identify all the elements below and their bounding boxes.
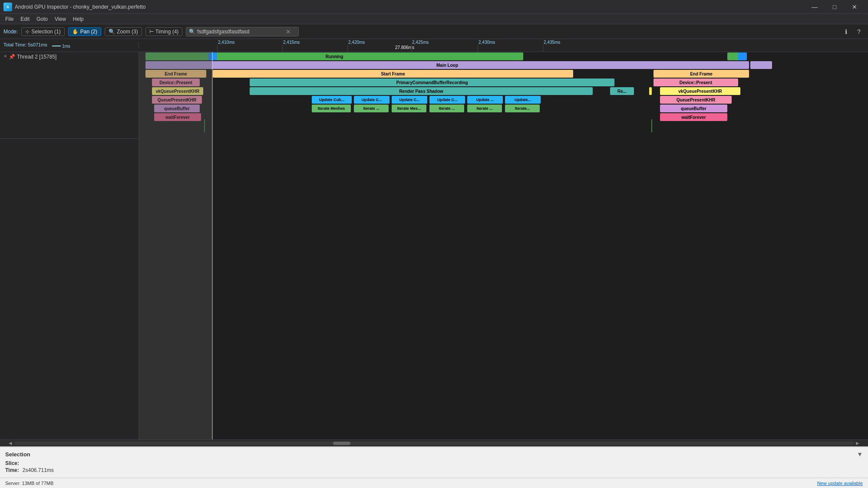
pan-icon: ✋ — [72, 29, 79, 35]
ruler-tick: 2,435ms — [543, 39, 560, 52]
iterate-4-span[interactable]: Iterate... — [505, 105, 540, 112]
minimize-button[interactable]: — — [805, 0, 825, 14]
iterate-1-span[interactable]: Iterate ... — [354, 105, 389, 112]
queuepresent-span-2[interactable]: QueuePresentKHR — [660, 96, 732, 104]
ruler-tick: 2,420ms — [347, 39, 365, 52]
vkqueue-span-1[interactable]: vkQueuePresentKHR — [152, 87, 203, 95]
timeline-tracks[interactable]: Running Main Loop — [139, 52, 868, 439]
thread-labels: ✕ 📌 Thread 2 [15785] — [0, 52, 139, 439]
zoom-icon: 🔍 — [109, 29, 115, 35]
primary-cmd-span[interactable]: PrimaryCommandBufferRecording — [250, 79, 614, 86]
maximize-button[interactable]: □ — [825, 0, 845, 14]
update-link[interactable]: New update available — [817, 481, 863, 486]
running-span[interactable]: Running — [145, 52, 523, 60]
iterate-3-span[interactable]: Iterate ... — [467, 105, 502, 112]
menu-view[interactable]: View — [51, 15, 69, 23]
timeline-header: Total Time: 5s071ms 1ms 27.806ms 2,410ms… — [0, 39, 868, 52]
update-4-span[interactable]: Update ... — [467, 96, 503, 104]
waitforever-span-2[interactable]: waitForever — [660, 113, 727, 121]
iterate-mes-span[interactable]: Iterate Mes... — [392, 105, 426, 112]
end-frame-span-2[interactable]: End Frame — [653, 70, 749, 78]
re-span[interactable]: Re... — [610, 87, 634, 95]
vkqueue-track: vkQueuePresentKHR Render Pass Shadow Re.… — [139, 87, 868, 95]
scale-line — [52, 46, 61, 46]
mode-pan-button[interactable]: ✋ Pan (2) — [68, 27, 101, 36]
slice-label: Slice: — [5, 460, 19, 466]
menu-help[interactable]: Help — [69, 15, 87, 23]
total-time-label: Total Time: 5s071ms — [3, 42, 47, 47]
running-blue-span-2[interactable] — [738, 52, 747, 60]
render-pass-shadow-span[interactable]: Render Pass Shadow — [250, 87, 593, 95]
search-input[interactable] — [197, 29, 284, 35]
selection-icon: ⊹ — [25, 29, 30, 35]
menu-bar: File Edit Goto View Help — [0, 14, 868, 24]
status-bar: Server: 13MB of 77MB New update availabl… — [0, 478, 868, 488]
running-track: Running — [139, 52, 868, 61]
timing-icon: ⊢ — [149, 29, 154, 35]
iterate-meshes-span[interactable]: Iterate Meshes — [312, 105, 351, 112]
ruler-tick: 2,430ms — [478, 39, 495, 52]
scroll-left-button[interactable]: ◀ — [7, 441, 14, 445]
end-frame-span-1[interactable]: End Frame — [145, 70, 206, 78]
main-area: ✕ 📌 Thread 2 [15785] Running — [0, 52, 868, 446]
horizontal-scrollbar[interactable]: ◀ ▶ — [0, 439, 868, 446]
search-icon: 🔍 — [189, 29, 195, 35]
frame-track: End Frame Start Frame End Frame — [139, 69, 868, 78]
menu-file[interactable]: File — [2, 15, 17, 23]
server-info: Server: 13MB of 77MB — [5, 481, 53, 486]
timeline-content: ✕ 📌 Thread 2 [15785] Running — [0, 52, 868, 439]
info-button[interactable]: ℹ — [840, 26, 851, 37]
vkqueue-span-2[interactable]: vkQueuePresentKHR — [660, 87, 740, 95]
ruler-tick: 2,425ms — [411, 39, 429, 52]
thread-label-row: ✕ 📌 Thread 2 [15785] — [0, 52, 139, 139]
mode-label: Mode: — [3, 29, 18, 35]
running-blue-span[interactable] — [208, 52, 217, 60]
main-loop-span[interactable]: Main Loop — [145, 61, 749, 69]
device-present-span-2[interactable]: Device::Present — [653, 79, 738, 86]
timeline-left-header: Total Time: 5s071ms 1ms — [0, 42, 139, 49]
start-frame-span[interactable]: Start Frame — [213, 70, 573, 78]
update-c2-span[interactable]: Update C... — [392, 96, 427, 104]
thread-expand-button[interactable]: ✕ — [3, 54, 7, 59]
waitforever-span-1[interactable]: waitForever — [154, 113, 201, 121]
thread-label-text: Thread 2 [15785] — [17, 54, 56, 60]
mode-timing-button[interactable]: ⊢ Timing (4) — [145, 27, 183, 36]
scroll-right-button[interactable]: ▶ — [854, 441, 861, 445]
search-box: 🔍 ✕ — [186, 27, 299, 36]
menu-goto[interactable]: Goto — [33, 15, 51, 23]
search-clear-button[interactable]: ✕ — [286, 28, 291, 35]
update-c1-span[interactable]: Update C... — [354, 96, 389, 104]
queuebuffer-track: queueBuffer Iterate Meshes Iterate ... I… — [139, 104, 868, 113]
scroll-track[interactable] — [14, 442, 854, 445]
time-label: Time: — [5, 467, 19, 473]
waitforever-track: waitForever waitForever — [139, 113, 868, 121]
help-button[interactable]: ? — [853, 26, 865, 37]
yellow-indicator — [649, 87, 652, 95]
selection-header: Selection ▼ — [5, 451, 863, 458]
scale-indicator: 1ms — [52, 44, 70, 49]
timeline-ruler[interactable]: 27.806ms 2,410ms2,415ms2,420ms2,425ms2,4… — [139, 39, 868, 52]
time-row: Time: 2s406.711ms — [5, 467, 863, 473]
queuepresent-track: QueuePresentKHR Update Cub... Update C..… — [139, 95, 868, 104]
bottom-panel: Selection ▼ Slice: Time: 2s406.711ms — [0, 446, 868, 478]
toolbar: Mode: ⊹ Selection (1) ✋ Pan (2) 🔍 Zoom (… — [0, 24, 868, 39]
queuebuffer-span-2[interactable]: queueBuffer — [660, 105, 727, 112]
queuepresent-span-1[interactable]: QueuePresentKHR — [152, 96, 202, 104]
slice-row: Slice: — [5, 460, 863, 466]
update-5-span[interactable]: Update... — [505, 96, 541, 104]
update-cub-span[interactable]: Update Cub... — [312, 96, 352, 104]
device-present-span-1[interactable]: Device::Present — [152, 79, 200, 86]
thread-pin-button[interactable]: 📌 — [9, 54, 15, 60]
main-loop-span-2[interactable] — [750, 61, 772, 69]
app-icon: A — [3, 3, 12, 11]
close-button[interactable]: ✕ — [845, 0, 865, 14]
selection-collapse-button[interactable]: ▼ — [857, 451, 863, 458]
menu-edit[interactable]: Edit — [17, 15, 33, 23]
ruler-tick: 2,415ms — [282, 39, 300, 52]
mode-selection-button[interactable]: ⊹ Selection (1) — [21, 27, 64, 36]
mode-zoom-button[interactable]: 🔍 Zoom (3) — [105, 27, 142, 36]
queuebuffer-span-1[interactable]: queueBuffer — [154, 105, 200, 112]
iterate-2-span[interactable]: Iterate ... — [429, 105, 464, 112]
scroll-thumb[interactable] — [333, 442, 350, 445]
update-c3-span[interactable]: Update C... — [429, 96, 465, 104]
